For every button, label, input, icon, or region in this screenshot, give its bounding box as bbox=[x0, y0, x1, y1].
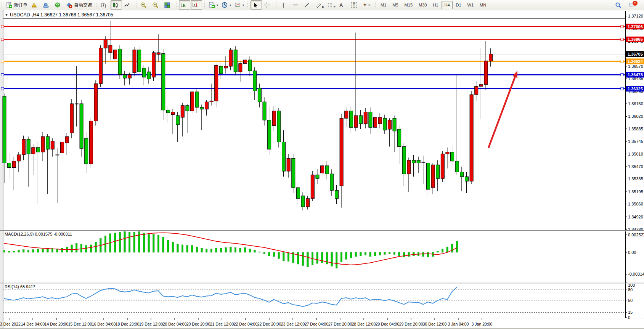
candle bbox=[142, 68, 146, 77]
line-handle[interactable] bbox=[621, 25, 623, 28]
line-handle[interactable] bbox=[1, 38, 4, 41]
line-handle[interactable] bbox=[1, 25, 4, 28]
candle bbox=[253, 71, 257, 91]
cursor-button[interactable] bbox=[251, 0, 262, 10]
candle bbox=[205, 102, 208, 109]
line-handle[interactable] bbox=[1, 87, 4, 90]
bar-chart-button[interactable] bbox=[99, 0, 110, 10]
line-handle[interactable] bbox=[1, 60, 4, 63]
chart-shift-button[interactable] bbox=[191, 0, 202, 10]
timeframe-button-m15[interactable]: M15 bbox=[402, 1, 415, 9]
timeframe-button-m1[interactable]: M1 bbox=[378, 1, 389, 9]
macd-label: MACD(12,26,9) 0.001575 -0.000311 bbox=[5, 232, 72, 236]
market-watch-button[interactable] bbox=[29, 0, 41, 10]
timeframe-button-w1[interactable]: W1 bbox=[465, 1, 477, 9]
price-axis-label: 1.35745 bbox=[628, 139, 643, 144]
time-axis-label: 23 Dec 12:00 bbox=[281, 322, 305, 326]
new-order-button[interactable]: 新订单 bbox=[5, 0, 29, 10]
price-tag-label: 1.36705 bbox=[628, 52, 643, 56]
timeframe-group: M1M5M15M30H1H4D1W1MN bbox=[378, 1, 489, 9]
trendline-button[interactable] bbox=[302, 0, 314, 10]
macd-bar bbox=[345, 252, 347, 259]
equidistant-channel-button[interactable]: E bbox=[314, 0, 326, 10]
tile-windows-button[interactable] bbox=[162, 0, 174, 10]
time-axis-label: 22 Dec 04:00 bbox=[234, 322, 258, 326]
candle bbox=[272, 111, 276, 125]
fibonacci-button[interactable]: F bbox=[326, 0, 337, 10]
candle bbox=[398, 129, 401, 146]
terminal-button[interactable] bbox=[53, 0, 64, 10]
line-handle[interactable] bbox=[621, 73, 623, 76]
macd-bar bbox=[389, 252, 390, 254]
candle bbox=[431, 165, 435, 188]
price-axis-label: 1.35195 bbox=[628, 189, 643, 194]
timeframe-button-m5[interactable]: M5 bbox=[390, 1, 401, 9]
toolbar-right-icons: 1 bbox=[613, 0, 642, 10]
arrows-button[interactable]: ✦ ▾ bbox=[361, 0, 373, 10]
new-order-label: 新订单 bbox=[14, 2, 27, 8]
chart-canvas[interactable]: 1.371201.369851.368451.367051.365701.364… bbox=[0, 10, 644, 329]
zoom-out-button[interactable] bbox=[151, 0, 162, 10]
line-chart-button[interactable] bbox=[122, 0, 134, 10]
price-axis-label: 1.36570 bbox=[628, 64, 643, 69]
candle bbox=[287, 159, 290, 171]
macd-bar bbox=[201, 248, 203, 252]
candle bbox=[407, 160, 411, 174]
candlestick-chart-button[interactable] bbox=[111, 0, 122, 10]
notification-badge: 1 bbox=[632, 0, 638, 6]
timeframe-button-m30[interactable]: M30 bbox=[416, 1, 429, 9]
candle bbox=[12, 161, 16, 168]
text-button[interactable]: A bbox=[338, 0, 349, 10]
macd-bar bbox=[177, 244, 179, 252]
macd-bar bbox=[369, 252, 371, 257]
navigator-button[interactable] bbox=[41, 0, 53, 10]
candle bbox=[248, 60, 252, 71]
line-handle[interactable] bbox=[1, 73, 4, 76]
timeframe-button-d1[interactable]: D1 bbox=[453, 1, 464, 9]
macd-bar bbox=[181, 245, 183, 252]
horizontal-line-button[interactable] bbox=[291, 0, 302, 10]
crosshair-button[interactable] bbox=[262, 0, 274, 10]
timeframe-button-h1[interactable]: H1 bbox=[430, 1, 441, 9]
candle bbox=[46, 136, 50, 149]
macd-bar bbox=[442, 249, 443, 252]
candle bbox=[176, 116, 180, 125]
line-handle[interactable] bbox=[621, 87, 623, 90]
autotrading-button[interactable]: 自动交易 bbox=[65, 0, 94, 10]
templates-button[interactable]: ▾ bbox=[233, 0, 246, 10]
macd-bar bbox=[90, 245, 92, 252]
notifications-button[interactable]: 1 bbox=[627, 0, 639, 10]
macd-bar bbox=[321, 252, 323, 263]
candle bbox=[412, 160, 416, 163]
periods-button[interactable]: ▾ bbox=[220, 0, 233, 10]
candle bbox=[191, 92, 194, 111]
candle bbox=[349, 111, 353, 127]
rsi-axis-label: 80 bbox=[628, 287, 633, 292]
line-handle[interactable] bbox=[621, 38, 623, 41]
auto-scroll-button[interactable] bbox=[179, 0, 190, 10]
candle bbox=[75, 104, 78, 104]
macd-bar bbox=[143, 233, 145, 252]
chart-collapse-icon[interactable]: ▼ bbox=[5, 13, 8, 17]
vertical-line-button[interactable] bbox=[279, 0, 290, 10]
macd-axis-label: 0.002527 bbox=[628, 233, 644, 237]
indicators-button[interactable]: ▾ bbox=[207, 0, 220, 10]
search-button[interactable] bbox=[613, 0, 625, 10]
timeframe-button-mn[interactable]: MN bbox=[477, 1, 489, 9]
price-axis-label: 1.34920 bbox=[628, 215, 643, 219]
candle bbox=[292, 159, 295, 188]
equidistant-channel-icon bbox=[316, 2, 322, 8]
templates-icon bbox=[234, 2, 241, 8]
candle bbox=[147, 72, 151, 79]
candle bbox=[340, 118, 343, 186]
macd-bar bbox=[153, 234, 155, 252]
macd-bar bbox=[80, 244, 82, 252]
candle bbox=[138, 50, 141, 72]
timeframe-button-h4[interactable]: H4 bbox=[442, 1, 452, 9]
fibonacci-icon bbox=[328, 2, 334, 8]
zoom-in-button[interactable] bbox=[139, 0, 150, 10]
text-label-button[interactable]: T bbox=[350, 0, 361, 10]
macd-bar bbox=[114, 233, 116, 252]
macd-bar bbox=[384, 252, 386, 254]
line-handle[interactable] bbox=[621, 60, 623, 63]
